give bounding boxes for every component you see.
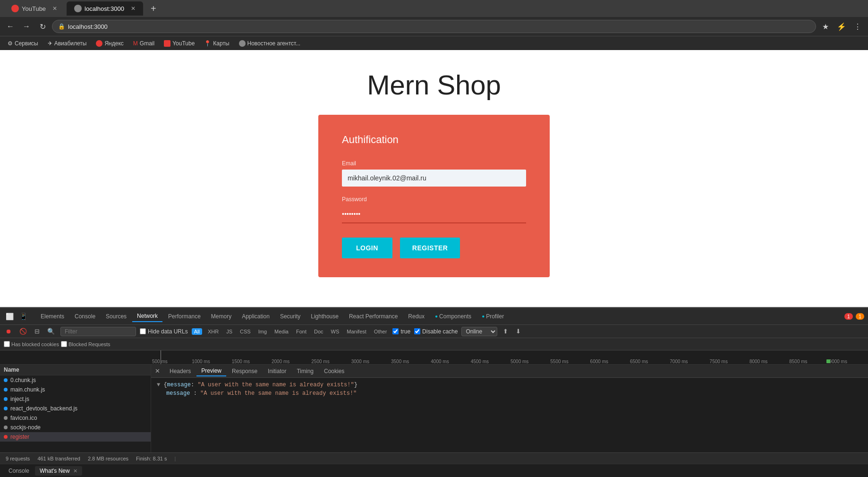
bottom-tab-whatsnew-close[interactable]: ✕ (73, 468, 77, 474)
auth-title: Authification (342, 134, 526, 146)
address-bar[interactable]: 🔒 localhost:3000 (52, 20, 816, 33)
img-filter[interactable]: Img (256, 328, 269, 335)
preview-tab-preview[interactable]: Preview (196, 366, 226, 376)
js-filter[interactable]: JS (224, 328, 234, 335)
youtube-favicon (11, 5, 19, 12)
doc-filter[interactable]: Doc (312, 328, 325, 335)
export-button[interactable]: ⬇ (514, 327, 523, 336)
preserve-log-label[interactable]: true (392, 328, 410, 335)
tab-application[interactable]: Application (237, 311, 274, 322)
file-item-0chunk[interactable]: 0.chunk.js (0, 375, 151, 385)
tl-6500: 6500 ms (629, 359, 669, 364)
tab-performance[interactable]: Performance (163, 311, 205, 322)
preview-tab-timing[interactable]: Timing (292, 366, 318, 376)
tab-youtube[interactable]: YouTube ✕ (4, 1, 65, 16)
tab-components[interactable]: ● Components (430, 311, 476, 322)
file-dot-react-devtools (4, 407, 8, 410)
record-button[interactable]: ⏺ (4, 327, 14, 336)
bookmark-news[interactable]: Новостное агентст... (235, 39, 305, 48)
forward-button[interactable]: → (20, 20, 33, 33)
tab-lighthouse[interactable]: Lighthouse (306, 311, 343, 322)
bookmark-maps[interactable]: 📍 Карты (200, 39, 233, 48)
file-item-react-devtools[interactable]: react_devtools_backend.js (0, 404, 151, 413)
json-arrow[interactable]: ▼ (157, 382, 160, 388)
throttle-select[interactable]: Online Fast 3G Slow 3G Offline (461, 327, 497, 336)
filter-toggle-button[interactable]: ⊟ (33, 327, 42, 336)
preserve-log-checkbox[interactable] (392, 328, 399, 334)
tab-react-perf[interactable]: React Performance (344, 311, 402, 322)
tab-sources[interactable]: Sources (101, 311, 131, 322)
tab-profiler[interactable]: ● Profiler (477, 311, 509, 322)
tab-localhost-close[interactable]: ✕ (131, 5, 136, 12)
json-collapsed-row[interactable]: ▼ {message: "A user with the same name i… (157, 382, 862, 388)
tab-memory[interactable]: Memory (206, 311, 236, 322)
tab-localhost[interactable]: localhost:3000 ✕ (67, 1, 143, 16)
inspect-icon[interactable]: ⬜ (4, 312, 16, 321)
xhr-filter[interactable]: XHR (206, 328, 221, 335)
import-button[interactable]: ⬆ (501, 327, 510, 336)
password-group: Password (342, 196, 526, 223)
extensions-button[interactable]: ⚡ (835, 20, 848, 33)
search-button[interactable]: 🔍 (45, 327, 57, 336)
tab-security[interactable]: Security (275, 311, 305, 322)
preview-tab-cookies[interactable]: Cookies (319, 366, 349, 376)
preview-tab-initiator[interactable]: Initiator (263, 366, 291, 376)
blocked-requests-checkbox[interactable] (61, 341, 67, 347)
disable-cache-checkbox[interactable] (414, 328, 420, 334)
preview-tab-response[interactable]: Response (227, 366, 262, 376)
css-filter[interactable]: CSS (238, 328, 253, 335)
filter-input[interactable] (60, 327, 136, 336)
tab-redux[interactable]: Redux (403, 311, 429, 322)
back-button[interactable]: ← (4, 20, 17, 33)
font-filter[interactable]: Font (294, 328, 308, 335)
device-icon[interactable]: 📱 (17, 312, 29, 321)
media-filter[interactable]: Media (272, 328, 290, 335)
bookmark-youtube[interactable]: YouTube (160, 39, 198, 48)
login-button[interactable]: LOGIN (342, 238, 392, 258)
preview-close-btn[interactable]: ✕ (155, 367, 160, 375)
all-filter-badge[interactable]: All (192, 328, 202, 335)
disable-cache-label[interactable]: Disable cache (414, 328, 458, 335)
preview-tab-bar: ✕ Headers Preview Response Initiator Tim… (151, 365, 868, 378)
tab-youtube-close[interactable]: ✕ (52, 5, 57, 12)
tab-console[interactable]: Console (70, 311, 100, 322)
bottom-tab-whatsnew[interactable]: What's New ✕ (35, 466, 82, 476)
bookmark-avia[interactable]: ✈ Авиабилеты (44, 39, 91, 48)
bookmark-yandex[interactable]: Яндекс (92, 39, 127, 48)
bookmark-avia-label: Авиабилеты (54, 40, 87, 47)
menu-button[interactable]: ⋮ (851, 20, 864, 33)
tab-elements[interactable]: Elements (36, 311, 69, 322)
reload-button[interactable]: ↻ (36, 20, 49, 33)
ws-filter[interactable]: WS (329, 328, 341, 335)
new-tab-button[interactable]: + (147, 2, 160, 15)
manifest-filter[interactable]: Manifest (345, 328, 368, 335)
file-item-favicon[interactable]: favicon.ico (0, 413, 151, 423)
file-item-mainchunk[interactable]: main.chunk.js (0, 385, 151, 394)
star-button[interactable]: ★ (819, 20, 832, 33)
lock-icon: 🔒 (58, 23, 65, 30)
register-button[interactable]: REGISTER (400, 238, 460, 258)
has-blocked-cookies-label[interactable]: Has blocked cookies (4, 341, 59, 347)
tab-network[interactable]: Network (132, 311, 162, 322)
tl-2000: 2000 ms (271, 359, 310, 364)
preview-tab-headers[interactable]: Headers (165, 366, 196, 376)
bookmark-servisy-label: Сервисы (15, 40, 38, 47)
hide-data-urls-checkbox[interactable] (140, 328, 146, 334)
browser-chrome: YouTube ✕ localhost:3000 ✕ + ← → ↻ 🔒 loc… (0, 0, 868, 50)
file-item-sockjs[interactable]: sockjs-node (0, 423, 151, 432)
other-filter[interactable]: Other (372, 328, 389, 335)
email-field[interactable] (342, 170, 526, 187)
file-item-register[interactable]: register (0, 432, 151, 442)
bookmark-servisy[interactable]: ⚙ Сервисы (4, 39, 42, 48)
clear-button[interactable]: 🚫 (17, 327, 29, 336)
hide-data-urls-label[interactable]: Hide data URLs (140, 328, 188, 335)
has-blocked-cookies-checkbox[interactable] (4, 341, 10, 347)
file-name-0chunk: 0.chunk.js (10, 377, 36, 383)
bookmark-gmail[interactable]: M Gmail (129, 39, 158, 48)
file-item-inject[interactable]: inject.js (0, 394, 151, 404)
file-name-inject: inject.js (10, 396, 29, 402)
password-field[interactable] (342, 205, 526, 223)
blocked-requests-label[interactable]: Blocked Requests (61, 341, 111, 347)
bottom-tab-console[interactable]: Console (4, 466, 34, 476)
network-toolbar: ⏺ 🚫 ⊟ 🔍 Hide data URLs All XHR JS CSS Im… (0, 325, 868, 338)
